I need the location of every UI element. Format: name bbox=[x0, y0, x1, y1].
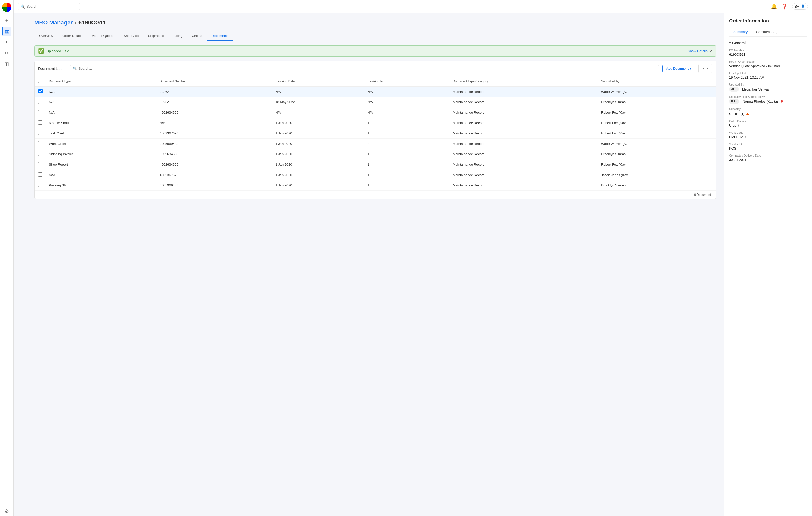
cell-category: Maintainance Record bbox=[450, 170, 598, 180]
table-row: N/A 0026A 18 May 2022 N/A Maintainance R… bbox=[35, 97, 716, 107]
mro-manager-link[interactable]: MRO Manager bbox=[34, 19, 73, 26]
row-checkbox[interactable] bbox=[38, 152, 42, 156]
criticality-field: Criticality Critical (1) ▲ bbox=[729, 107, 807, 116]
dashboard-icon-btn[interactable]: ▦ bbox=[2, 27, 11, 36]
cell-doc-number: 0026A bbox=[156, 97, 272, 107]
panel-tab-summary[interactable]: Summary bbox=[729, 28, 752, 36]
vendor-id-label: Vendor ID bbox=[729, 142, 807, 146]
table-row: N/A 0026A N/A N/A Maintainance Record Wa… bbox=[35, 87, 716, 97]
settings-icon-btn[interactable]: ⚙ bbox=[2, 507, 11, 516]
row-checkbox[interactable] bbox=[38, 110, 42, 114]
tab-billing[interactable]: Billing bbox=[169, 31, 187, 41]
add-document-button[interactable]: Add Document ▾ bbox=[662, 65, 695, 72]
order-priority-value: Urgent bbox=[729, 124, 807, 128]
work-code-value: OVERHAUL bbox=[729, 135, 807, 139]
right-panel: Order Information Summary Comments (0) ▾… bbox=[724, 13, 812, 516]
col-doc-type-category: Document Type Category bbox=[450, 76, 598, 87]
cell-doc-number: 4562634555 bbox=[156, 159, 272, 170]
criticality-flag-label: Criticality Flag Submitted By bbox=[729, 95, 807, 98]
doc-search-input[interactable] bbox=[79, 66, 656, 71]
tab-shipments[interactable]: Shipments bbox=[143, 31, 169, 41]
doc-search-box[interactable]: 🔍 bbox=[70, 65, 659, 72]
tab-shop-visit[interactable]: Shop Visit bbox=[119, 31, 143, 41]
plane-icon-btn[interactable]: ✈ bbox=[2, 37, 11, 47]
cell-doc-number: 0026A bbox=[156, 87, 272, 97]
general-section-header[interactable]: ▾ General bbox=[729, 41, 807, 45]
folder-icon-btn[interactable]: ◫ bbox=[2, 59, 11, 69]
notification-icon[interactable]: 🔔 bbox=[771, 3, 777, 10]
cell-doc-type: N/A bbox=[46, 107, 156, 118]
cell-rev-date: N/A bbox=[272, 87, 364, 97]
cell-doc-number: N/A bbox=[156, 118, 272, 128]
tools-icon-btn[interactable]: ✂ bbox=[2, 48, 11, 58]
row-checkbox[interactable] bbox=[38, 162, 42, 166]
tab-order-details[interactable]: Order Details bbox=[58, 31, 87, 41]
show-details-link[interactable]: Show Details bbox=[688, 49, 707, 53]
right-panel-title: Order Information bbox=[729, 18, 807, 24]
row-checkbox[interactable] bbox=[38, 141, 42, 145]
cell-doc-type: Task Card bbox=[46, 128, 156, 139]
row-checkbox[interactable] bbox=[38, 172, 42, 176]
row-checkbox[interactable] bbox=[38, 89, 42, 93]
search-input[interactable] bbox=[27, 4, 77, 8]
cell-doc-type: N/A bbox=[46, 97, 156, 107]
user-chip[interactable]: BA 👤 bbox=[792, 3, 808, 10]
cell-category: Maintainance Record bbox=[450, 87, 598, 97]
cell-rev-date: 1 Jan 2020 bbox=[272, 118, 364, 128]
cell-rev-no: N/A bbox=[364, 97, 450, 107]
panel-tab-comments[interactable]: Comments (0) bbox=[752, 28, 782, 36]
table-row: Work Order 0005969433 1 Jan 2020 2 Maint… bbox=[35, 139, 716, 149]
check-icon: ✅ bbox=[38, 48, 44, 54]
document-count: 10 Documents bbox=[35, 191, 716, 199]
column-toggle-button[interactable]: ⋮⋮ bbox=[698, 64, 713, 73]
help-icon[interactable]: ❓ bbox=[781, 3, 788, 10]
search-icon: 🔍 bbox=[73, 66, 77, 71]
alert-close-button[interactable]: × bbox=[710, 49, 713, 53]
col-document-number: Document Number bbox=[156, 76, 272, 87]
cell-rev-date: 1 Jan 2020 bbox=[272, 149, 364, 159]
row-checkbox[interactable] bbox=[38, 100, 42, 104]
row-checkbox[interactable] bbox=[38, 183, 42, 187]
cell-rev-date: 1 Jan 2020 bbox=[272, 159, 364, 170]
cell-doc-type: AWS bbox=[46, 170, 156, 180]
breadcrumb-separator: › bbox=[75, 20, 77, 26]
row-checkbox[interactable] bbox=[38, 131, 42, 135]
repair-order-status-label: Repair Order Status bbox=[729, 60, 807, 63]
cell-rev-no: 1 bbox=[364, 118, 450, 128]
row-checkbox[interactable] bbox=[38, 120, 42, 125]
cell-doc-type: Module Status bbox=[46, 118, 156, 128]
table-row: Packing Slip 0005969433 1 Jan 2020 1 Mai… bbox=[35, 180, 716, 191]
select-all-checkbox[interactable] bbox=[38, 79, 42, 83]
tab-documents[interactable]: Documents bbox=[207, 31, 233, 41]
search-box[interactable]: 🔍 bbox=[18, 3, 80, 10]
criticality-flag-tag: KAV bbox=[729, 99, 740, 104]
last-updated-label: Last Updated bbox=[729, 72, 807, 75]
cell-doc-type: Shipping Invoice bbox=[46, 149, 156, 159]
tab-overview[interactable]: Overview bbox=[34, 31, 58, 41]
alert-banner: ✅ Uploaded 1 file Show Details × bbox=[34, 45, 716, 57]
work-code-label: Work Code bbox=[729, 131, 807, 134]
dropdown-arrow-icon: ▾ bbox=[690, 66, 691, 71]
cell-category: Maintainance Record bbox=[450, 118, 598, 128]
add-button[interactable]: ＋ bbox=[2, 16, 11, 25]
cell-rev-no: 1 bbox=[364, 180, 450, 191]
last-updated-field: Last Updated 19 Nov 2021, 10:12 AM bbox=[729, 72, 807, 79]
tab-vendor-quotes[interactable]: Vendor Quotes bbox=[87, 31, 119, 41]
criticality-value: Critical (1) bbox=[729, 112, 745, 116]
cell-submitted: Jacob Jones (Kav bbox=[598, 170, 716, 180]
criticality-flag-value: Norma Rhodes (Kavita) bbox=[743, 100, 778, 104]
caret-icon: ▾ bbox=[729, 41, 731, 45]
cell-doc-number: 0005969433 bbox=[156, 139, 272, 149]
tabs: Overview Order Details Vendor Quotes Sho… bbox=[34, 31, 716, 41]
tab-claims[interactable]: Claims bbox=[187, 31, 207, 41]
cell-rev-no: 1 bbox=[364, 149, 450, 159]
cell-doc-type: Work Order bbox=[46, 139, 156, 149]
section-title: General bbox=[732, 41, 746, 45]
document-list-card: Document List 🔍 Add Document ▾ ⋮⋮ Docume… bbox=[34, 61, 716, 199]
repair-order-status-value: Vendor Quote Approved / In-Shop bbox=[729, 64, 807, 68]
warning-icon: ▲ bbox=[746, 111, 750, 116]
col-revision-date: Revision Date bbox=[272, 76, 364, 87]
cell-rev-date: 1 Jan 2020 bbox=[272, 139, 364, 149]
col-revision-no: Revision No. bbox=[364, 76, 450, 87]
col-document-type: Document Type bbox=[46, 76, 156, 87]
